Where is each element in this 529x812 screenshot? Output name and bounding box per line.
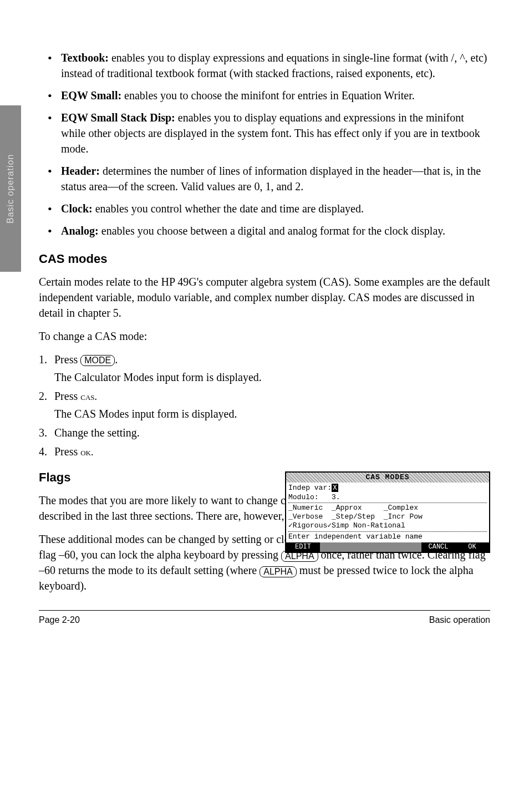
softkey-edit: EDIT (286, 542, 320, 552)
page-number: Page 2-20 (39, 615, 80, 625)
bullet-text: determines the number of lines of inform… (61, 165, 481, 192)
bullet-item: Clock: enables you control whether the d… (61, 201, 490, 216)
step-text: Press (54, 353, 80, 366)
step-number: 1. (39, 352, 47, 367)
bullet-term: EQW Small: (61, 89, 121, 101)
calc-prompt: Enter independent variable name (288, 532, 487, 541)
step-text: . (115, 353, 118, 366)
calc-label: Indep var: (288, 484, 332, 492)
step-number: 2. (39, 388, 47, 404)
key-alpha: ALPHA (260, 566, 296, 577)
key-mode: MODE (80, 355, 115, 366)
side-tab: Basic operation (0, 105, 21, 272)
bullet-item: Textbook: enables you to display express… (61, 50, 490, 81)
step-text: Change the setting. (54, 427, 140, 439)
step-item: 2. Press cas. The CAS Modes input form i… (54, 388, 293, 422)
steps-list: 1. Press MODE. The Calculator Modes inpu… (39, 352, 490, 459)
step-sub: The Calculator Modes input form is displ… (54, 369, 490, 385)
softkey-empty (320, 542, 354, 552)
softkey-cancl: CANCL (421, 542, 455, 552)
paragraph: To change a CAS mode: (39, 328, 490, 344)
softkey-label: ok. (80, 446, 93, 458)
step-item: 3. Change the setting. (54, 425, 490, 440)
calc-body: Indep var:X Modulo: 3. _Numeric _Approx … (286, 483, 489, 542)
step-number: 3. (39, 425, 47, 440)
separator (288, 531, 487, 532)
calc-softkeys: EDIT CANCL OK (286, 542, 489, 552)
bullet-term: Clock: (61, 202, 93, 215)
calc-row: _Verbose _Step/Step _Incr Pow (288, 512, 487, 521)
softkey-label: cas. (80, 391, 97, 402)
bullet-item: EQW Small Stack Disp: enables you to dis… (61, 110, 490, 156)
bullet-text: enables you choose between a digital and… (99, 225, 445, 237)
calc-title: CAS MODES (286, 473, 489, 483)
bullet-term: Textbook: (61, 52, 109, 64)
calc-row: ✓Rigorous✓Simp Non-Rational (288, 521, 487, 530)
bullet-term: Header: (61, 165, 100, 177)
calculator-screenshot: CAS MODES Indep var:X Modulo: 3. _Numeri… (285, 471, 490, 553)
calc-row: Modulo: 3. (288, 493, 487, 502)
softkey-empty (354, 542, 388, 552)
bullet-term: Analog: (61, 225, 99, 237)
chapter-name: Basic operation (429, 615, 490, 625)
bullet-item: Analog: enables you choose between a dig… (61, 223, 490, 238)
step-text: Press (54, 445, 80, 458)
calc-row: Indep var:X (288, 484, 487, 493)
bullet-text: enables you to choose the minifont for e… (121, 89, 415, 101)
step-item: 1. Press MODE. The Calculator Modes inpu… (54, 352, 490, 385)
separator (288, 503, 487, 503)
step-item: 4. Press ok. (54, 444, 490, 459)
softkey-ok: OK (455, 542, 489, 552)
heading-cas-modes: CAS modes (39, 252, 490, 266)
bullet-item: EQW Small: enables you to choose the min… (61, 88, 490, 103)
page-footer: Page 2-20 Basic operation (39, 610, 490, 625)
softkey-empty (388, 542, 421, 552)
paragraph: Certain modes relate to the HP 49G's com… (39, 274, 490, 321)
bullet-item: Header: determines the number of lines o… (61, 163, 490, 194)
step-text: Press (54, 390, 80, 402)
calc-row: _Numeric _Approx _Complex (288, 504, 487, 512)
bullet-term: EQW Small Stack Disp: (61, 111, 175, 124)
bullet-text: enables you control whether the date and… (93, 202, 364, 215)
bullet-list: Textbook: enables you to display express… (39, 50, 490, 238)
bullet-text: enables you to display expressions and e… (61, 52, 487, 79)
step-sub: The CAS Modes input form is displayed. (54, 406, 293, 422)
step-number: 4. (39, 444, 47, 459)
calc-value-highlighted: X (332, 484, 338, 492)
